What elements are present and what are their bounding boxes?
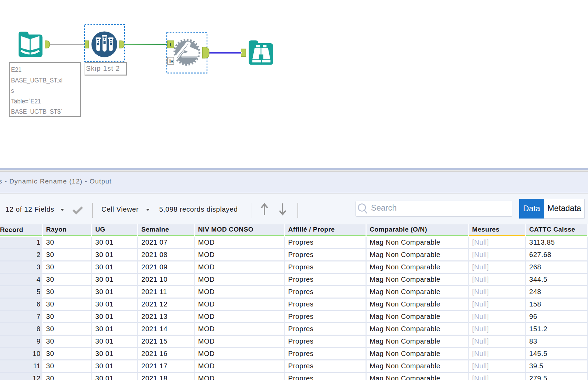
svg-text:L: L [170,42,173,47]
svg-text:R: R [171,59,174,64]
